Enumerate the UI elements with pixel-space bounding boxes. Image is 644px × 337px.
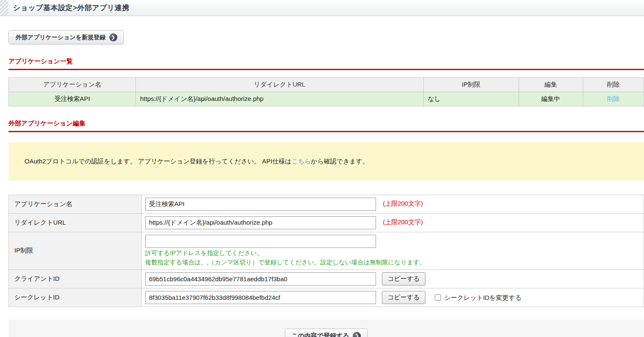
column-header-ip-restriction: IP制限 [423,78,519,92]
change-secret-id-checkbox[interactable] [435,294,441,301]
application-edit-form: アプリケーション名 (上限200文字) リダイレクトURL (上限200文字) … [8,195,644,307]
delete-link[interactable]: 削除 [607,95,620,102]
new-application-button-label: 外部アプリケーションを新規登録 [16,34,106,41]
header-stripe-decoration [0,0,8,16]
client-id-label: クライアントID [9,269,142,288]
column-header-edit: 編集 [519,78,583,92]
ip-restriction-input[interactable] [145,235,376,248]
arrow-right-circle-icon: ❯ [353,332,361,337]
ip-restriction-label: IP制限 [9,232,142,270]
arrow-right-circle-icon: ❯ [109,33,117,41]
notice-text-after: から確認できます。 [311,158,369,165]
application-list-table: アプリケーション名 リダイレクトURL IP制限 編集 削除 受注検索API h… [8,77,644,106]
application-table-row: 受注検索API https://{ドメイン名}/api/oauth/author… [9,92,644,106]
client-id-input[interactable] [145,272,376,285]
form-row-client-id: クライアントID コピーする [9,269,644,288]
secret-id-label: シークレットID [9,288,142,307]
cell-app-name: 受注検索API [9,92,136,106]
column-header-app-name: アプリケーション名 [9,78,136,92]
redirect-url-input[interactable] [145,216,376,229]
section-title-application-edit: 外部アプリケーション編集 [8,120,644,132]
form-row-app-name: アプリケーション名 (上限200文字) [9,195,644,214]
app-name-label: アプリケーション名 [9,195,142,214]
oauth-notice-box: OAuth2プロトコルでの認証をします。 アプリケーション登録を行ってください。… [8,142,644,181]
new-application-button[interactable]: 外部アプリケーションを新規登録 ❯ [8,30,124,44]
column-header-redirect-url: リダイレクトURL [136,78,424,92]
notice-text-before: OAuth2プロトコルでの認証をします。 アプリケーション登録を行ってください。… [24,158,292,165]
ip-restriction-help-line2: 複数指定する場合は、,（カンマ区切り）で登録してください。設定しない場合は無制限… [145,258,640,266]
ip-restriction-help-line1: 許可するIPアドレスを指定してください。 [145,249,640,257]
submit-button[interactable]: この内容で登録する ❯ [285,329,368,337]
cell-ip-restriction: なし [423,92,519,106]
submit-button-label: この内容で登録する [292,332,349,337]
app-name-limit-note: (上限200文字) [383,200,423,207]
app-name-input[interactable] [145,198,376,211]
page-header: ショップ基本設定>外部アプリ連携 [0,0,644,16]
redirect-url-label: リダイレクトURL [9,214,142,232]
cell-redirect-url: https://{ドメイン名}/api/oauth/authorize.php [136,92,424,106]
secret-id-copy-button[interactable]: コピーする [382,291,425,304]
form-row-ip-restriction: IP制限 許可するIPアドレスを指定してください。 複数指定する場合は、,（カン… [9,232,644,270]
change-secret-id-option: シークレットIDを変更する [433,294,522,301]
form-row-redirect-url: リダイレクトURL (上限200文字) [9,214,644,232]
client-id-copy-button[interactable]: コピーする [382,272,425,285]
api-spec-link[interactable]: こちら [292,158,311,165]
column-header-delete: 削除 [583,78,644,92]
cell-edit-status: 編集中 [519,92,583,106]
section-title-application-list: アプリケーション一覧 [8,57,644,70]
change-secret-id-label: シークレットIDを変更する [444,294,522,301]
application-table-header-row: アプリケーション名 リダイレクトURL IP制限 編集 削除 [9,78,644,92]
redirect-url-limit-note: (上限200文字) [383,218,423,226]
footer-bar: この内容で登録する ❯ [8,320,644,337]
secret-id-input[interactable] [145,291,376,304]
form-row-secret-id: シークレットID コピーする シークレットIDを変更する [9,288,644,307]
page-title: ショップ基本設定>外部アプリ連携 [13,3,130,13]
